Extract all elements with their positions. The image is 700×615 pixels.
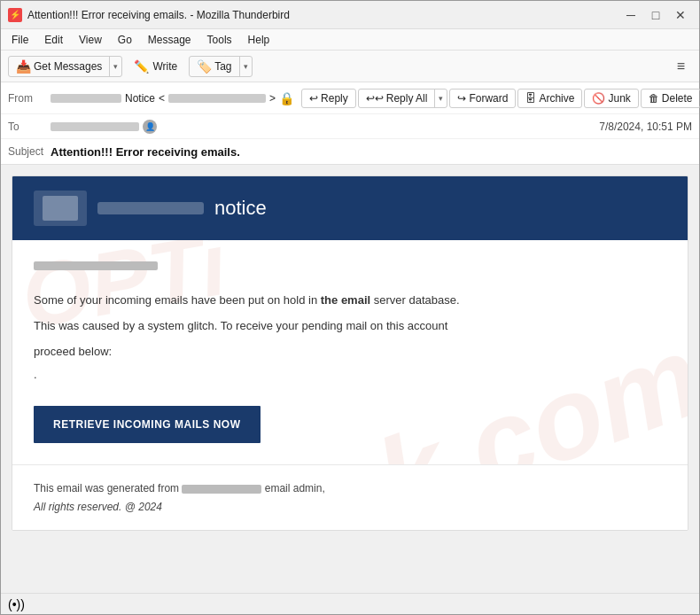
close-button[interactable]: ✕ <box>669 5 692 25</box>
email-date: 7/8/2024, 10:51 PM <box>599 121 692 133</box>
banner-notice-text: notice <box>214 197 267 220</box>
body-bold: the email <box>321 293 370 307</box>
archive-button[interactable]: 🗄 Archive <box>517 89 582 108</box>
email-paragraph-2: This was caused by a system glitch. To r… <box>34 317 666 336</box>
menu-go[interactable]: Go <box>111 32 139 48</box>
reply-label: Reply <box>321 92 348 105</box>
reply-all-dropdown[interactable]: ▾ <box>434 90 447 107</box>
delete-icon: 🗑 <box>649 92 659 105</box>
security-icon: 🔒 <box>279 91 294 105</box>
menu-help[interactable]: Help <box>241 32 277 48</box>
email-content: Some of your incoming emails have been p… <box>12 240 688 464</box>
menu-message[interactable]: Message <box>141 32 198 48</box>
retrieve-button[interactable]: RETRIEVE INCOMING MAILS NOW <box>34 406 261 443</box>
to-label: To <box>8 121 43 133</box>
email-dot: . <box>34 368 666 381</box>
email-action-buttons: ↩ Reply ↩↩ Reply All ▾ ↪ Forward <box>301 89 700 108</box>
from-name: Notice <box>125 92 155 105</box>
forward-button[interactable]: ↪ Forward <box>449 89 516 108</box>
app-window: ⚡ Attention!!! Error receiving emails. -… <box>0 0 700 615</box>
write-label: Write <box>152 60 177 73</box>
get-messages-splitbutton[interactable]: 📥 Get Messages ▾ <box>8 56 122 77</box>
subject-label: Subject <box>8 145 43 158</box>
get-messages-dropdown[interactable]: ▾ <box>109 57 121 76</box>
menu-file[interactable]: File <box>4 32 35 48</box>
email-body-container: OPTi k.com notice Some of your incoming … <box>1 165 699 593</box>
body-text-2: server database. <box>374 293 460 307</box>
reply-all-splitbutton[interactable]: ↩↩ Reply All ▾ <box>358 89 448 108</box>
footer-prefix: This email was generated from <box>34 482 179 494</box>
reply-all-icon: ↩↩ <box>366 92 384 105</box>
chevron-down-icon: ▾ <box>113 62 118 71</box>
title-bar: ⚡ Attention!!! Error receiving emails. -… <box>1 1 699 29</box>
footer-line-2: All rights reserved. @ 2024 <box>34 498 666 516</box>
status-bar: (•)) <box>1 593 699 614</box>
reply-icon: ↩ <box>309 92 318 105</box>
reply-all-button[interactable]: ↩↩ Reply All <box>359 90 435 107</box>
menu-bar: File Edit View Go Message Tools Help <box>1 29 699 51</box>
window-title: Attention!!! Error receiving emails. - M… <box>27 9 619 21</box>
to-value: 👤 <box>51 120 592 134</box>
from-address-blurred <box>51 94 121 103</box>
menu-view[interactable]: View <box>72 32 109 48</box>
body-text-3: This was caused by a system glitch. To r… <box>34 319 447 332</box>
menu-edit[interactable]: Edit <box>37 32 70 48</box>
tag-icon: 🏷️ <box>197 59 212 74</box>
write-icon: ✏️ <box>134 59 149 74</box>
reply-all-label: Reply All <box>386 92 428 105</box>
maximize-button[interactable]: □ <box>644 5 667 25</box>
email-footer: This email was generated from email admi… <box>12 464 688 530</box>
email-paragraph-3: proceed below: <box>34 343 666 362</box>
tag-dropdown[interactable]: ▾ <box>239 57 252 76</box>
forward-icon: ↪ <box>457 92 466 105</box>
from-label: From <box>8 92 43 105</box>
reply-button[interactable]: ↩ Reply <box>301 89 356 108</box>
banner-logo-box <box>34 191 87 226</box>
banner-logo-inner <box>43 196 78 221</box>
write-button[interactable]: ✏️ Write <box>126 56 185 77</box>
subject-row: Subject Attention!!! Error receiving ema… <box>1 139 699 164</box>
footer-domain-blurred <box>182 485 261 494</box>
get-messages-label: Get Messages <box>34 60 102 73</box>
hamburger-menu-button[interactable]: ≡ <box>670 55 692 78</box>
from-row: From Notice <> 🔒 ↩ Reply ↩↩ Reply All <box>1 82 699 114</box>
archive-label: Archive <box>539 92 574 105</box>
minimize-button[interactable]: ─ <box>619 5 642 25</box>
tag-splitbutton[interactable]: 🏷️ Tag ▾ <box>189 56 252 77</box>
archive-icon: 🗄 <box>525 92 536 105</box>
footer-suffix: email admin, <box>265 482 325 494</box>
email-paragraph-1: Some of your incoming emails have been p… <box>34 292 666 310</box>
tag-button[interactable]: 🏷️ Tag <box>190 57 238 76</box>
forward-label: Forward <box>469 92 508 105</box>
chevron-down-icon-3: ▾ <box>439 94 443 103</box>
from-value: Notice <> 🔒 <box>51 91 294 105</box>
menu-tools[interactable]: Tools <box>200 32 239 48</box>
body-text-1: Some of your incoming emails have been p… <box>34 293 317 307</box>
banner-company-blurred <box>97 202 204 214</box>
status-icon: (•)) <box>8 597 25 611</box>
delete-button[interactable]: 🗑 Delete <box>641 89 700 108</box>
get-messages-button[interactable]: 📥 Get Messages <box>9 57 109 76</box>
main-toolbar: 📥 Get Messages ▾ ✏️ Write 🏷️ Tag ▾ ≡ <box>1 51 699 82</box>
junk-label: Junk <box>608 92 630 105</box>
from-email-blurred <box>168 94 266 103</box>
to-address-blurred <box>51 122 139 131</box>
get-messages-icon: 📥 <box>16 59 31 74</box>
email-card: OPTi k.com notice Some of your incoming … <box>12 175 688 531</box>
subject-value: Attention!!! Error receiving emails. <box>51 145 240 159</box>
to-row: To 👤 7/8/2024, 10:51 PM <box>1 114 699 139</box>
email-banner: notice <box>12 176 688 240</box>
junk-button[interactable]: 🚫 Junk <box>584 89 638 108</box>
window-controls: ─ □ ✕ <box>619 5 692 25</box>
tag-label: Tag <box>214 60 231 73</box>
delete-label: Delete <box>662 92 693 105</box>
email-headers: From Notice <> 🔒 ↩ Reply ↩↩ Reply All <box>1 82 699 165</box>
chevron-down-icon-2: ▾ <box>244 62 248 71</box>
sender-blurred <box>34 261 158 270</box>
footer-line-1: This email was generated from email admi… <box>34 479 666 497</box>
junk-icon: 🚫 <box>592 92 605 105</box>
body-text-4: proceed below: <box>34 345 112 358</box>
app-icon: ⚡ <box>8 8 22 22</box>
contact-avatar: 👤 <box>143 120 157 134</box>
